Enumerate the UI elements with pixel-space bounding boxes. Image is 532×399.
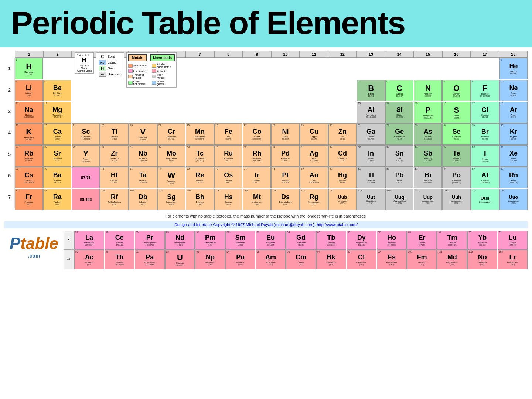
element-At[interactable]: 85AtAstatine(209.9871) (471, 167, 499, 188)
element-Sm[interactable]: 62SmSamarium150.36 (225, 231, 255, 250)
element-Cf[interactable]: 98CfCalifornium(251) (347, 250, 376, 269)
element-Uub[interactable]: 112UubUnunbium(285) (328, 189, 357, 210)
element-V[interactable]: 23VVanadium50.9415 (129, 123, 157, 145)
element-Pa[interactable]: 91PaProtactinium231.03588 (135, 250, 165, 269)
element-Be[interactable]: 4BeBeryllium9.012182 (43, 80, 71, 101)
element-No[interactable]: 102NoNobelium(259) (467, 250, 497, 269)
element-Cr[interactable]: 24CrChromium51.9961 (157, 123, 185, 145)
element-C[interactable]: 6CCarbon12.0107 (385, 80, 413, 101)
element-Pd[interactable]: 46PdPalladium106.42 (271, 145, 299, 167)
element-Ac[interactable]: 89AcActinium(227) (74, 250, 104, 269)
element-S[interactable]: 16SSulfur32.065 (442, 102, 470, 123)
element-Uuo[interactable]: 118UuoUnunoctium(294) (499, 189, 528, 210)
element-Rg[interactable]: 111RgRoentgenium(272) (300, 189, 328, 210)
element-Ti[interactable]: 22TiTitanium47.867 (100, 123, 128, 145)
element-Bi[interactable]: 83BiBismuth208.98040 (414, 167, 442, 188)
element-Sb[interactable]: 51SbAntimony121.760 (414, 145, 442, 167)
element-Ta[interactable]: 73TaTantalum180.94788 (129, 167, 157, 188)
element-Cm[interactable]: 96CmCurium(247) (286, 250, 316, 269)
element-Np[interactable]: 93NpNeptunium(237) (195, 250, 225, 269)
element-Hs[interactable]: 108HsHassium(277) (214, 189, 242, 210)
element-W[interactable]: 74WTungsten183.84 (157, 167, 185, 188)
element-Ga[interactable]: 31GaGallium69.723 (357, 123, 385, 145)
element-Mn[interactable]: 25MnManganese54.938045 (186, 123, 214, 145)
element-Sc[interactable]: 21ScScandium44.955912 (72, 123, 100, 145)
element-U[interactable]: 92UUranium238.02891 (165, 250, 195, 269)
element-Ca[interactable]: 20CaCalcium40.078 (43, 123, 71, 145)
element-Tl[interactable]: 81TlThallium204.3833 (357, 167, 385, 188)
element-Uup[interactable]: 115UupUnunpentium(288) (414, 189, 442, 210)
element-Fe[interactable]: 26FeIron55.845 (214, 123, 242, 145)
element-Es[interactable]: 99EsEinsteinium(252) (377, 250, 407, 269)
element-Ni[interactable]: 28NiNickel58.6934 (271, 123, 299, 145)
element-Am[interactable]: 95AmAmericium(243) (256, 250, 286, 269)
element-Pr[interactable]: 59PrPraseodymium140.90765 (135, 231, 165, 250)
element-Si[interactable]: 14SiSilicon28.0855 (385, 102, 413, 123)
element-Po[interactable]: 84PoPolonium(208.9824) (442, 167, 470, 188)
element-Mg[interactable]: 12MgMagnesium24.3050 (43, 102, 71, 123)
element-K[interactable]: 19KPotassium39.0983 (15, 123, 43, 145)
element-Md[interactable]: 101MdMendelevium(258) (437, 250, 467, 269)
element-Th[interactable]: 90ThThorium232.03806 (105, 250, 134, 269)
element-Tb[interactable]: 65TbTerbium158.92535 (316, 231, 346, 250)
element-Sr[interactable]: 38SrStrontium87.62 (43, 145, 71, 167)
element-Sn[interactable]: 50SnTin118.710 (385, 145, 413, 167)
element-Ru[interactable]: 44RuRuthenium101.07 (214, 145, 242, 167)
element-Rb[interactable]: 37RbRubidium85.4678 (15, 145, 43, 167)
element-Xe[interactable]: 54XeXenon131.293 (499, 145, 528, 167)
element-Hf[interactable]: 72HfHafnium178.49 (100, 167, 128, 188)
element-Kr[interactable]: 36KrKrypton83.798 (499, 123, 528, 145)
element-Fm[interactable]: 100FmFermium(257) (407, 250, 437, 269)
element-La[interactable]: 57LaLanthanum138.90547 (74, 231, 104, 250)
actinide-placeholder[interactable]: 89-103 (72, 189, 100, 210)
element-Rh[interactable]: 45RhRhodium102.90550 (243, 145, 271, 167)
element-Gd[interactable]: 64GdGadolinium157.25 (286, 231, 316, 250)
element-B[interactable]: 5BBoron10.811 (357, 80, 385, 101)
element-Hg[interactable]: 80HgMercury200.59 (328, 167, 357, 188)
element-Eu[interactable]: 63EuEuropium151.964 (256, 231, 286, 250)
element-Cu[interactable]: 29CuCopper63.546 (300, 123, 328, 145)
element-Pm[interactable]: 61PmPromethium(145) (195, 231, 225, 250)
element-H[interactable]: 1HHydrogen1.00794 (15, 58, 43, 79)
element-Cs[interactable]: 55CsCaesium132.9054519 (15, 167, 43, 188)
element-Uut[interactable]: 113UutUnuntrium(284) (357, 189, 385, 210)
element-Ne[interactable]: 10NeNeon20.1797 (499, 80, 528, 101)
element-Fr[interactable]: 87FrFrancium(223) (15, 189, 43, 210)
element-Lr[interactable]: 103LrLawrencium(262) (498, 250, 528, 269)
element-Ho[interactable]: 67HoHolmium164.93032 (377, 231, 407, 250)
element-Lu[interactable]: 71LuLutetium174.9668 (498, 231, 528, 250)
element-Pu[interactable]: 94PuPlutonium(244) (225, 250, 255, 269)
element-Cl[interactable]: 17ClChlorine35.453 (471, 102, 499, 123)
element-Nb[interactable]: 41NbNiobium92.90638 (129, 145, 157, 167)
element-Mo[interactable]: 42MoMolybdenum95.96 (157, 145, 185, 167)
element-In[interactable]: 49InIndium114.818 (357, 145, 385, 167)
element-Re[interactable]: 75ReRhenium186.207 (186, 167, 214, 188)
element-Se[interactable]: 34SeSelenium78.96 (442, 123, 470, 145)
element-Pb[interactable]: 82PbLead207.2 (385, 167, 413, 188)
element-Te[interactable]: 52TeTellurium127.60 (442, 145, 470, 167)
element-Ir[interactable]: 77IrIridium192.217 (243, 167, 271, 188)
element-Y[interactable]: 39YYttrium88.90585 (72, 145, 100, 167)
element-Tm[interactable]: 69TmThulium168.93421 (437, 231, 467, 250)
element-Sg[interactable]: 106SgSeaborgium(266) (157, 189, 185, 210)
element-F[interactable]: 9FFluorine18.9984032 (471, 80, 499, 101)
element-Tc[interactable]: 43TcTechnetium(97.9072) (186, 145, 214, 167)
element-He[interactable]: 2HeHelium4.002602 (499, 58, 528, 79)
element-Ra[interactable]: 88RaRadium(226) (43, 189, 71, 210)
element-Na[interactable]: 11NaSodium22.98976928 (15, 102, 43, 123)
element-O[interactable]: 8OOxygen15.9994 (442, 80, 470, 101)
element-Ag[interactable]: 47AgSilver107.8682 (300, 145, 328, 167)
element-Ar[interactable]: 18ArArgon39.948 (499, 102, 528, 123)
element-Al[interactable]: 13AlAluminium26.9815386 (357, 102, 385, 123)
element-Uuq[interactable]: 114UuqUnunquadium(289) (385, 189, 413, 210)
element-Os[interactable]: 76OsOsmium190.23 (214, 167, 242, 188)
element-Uuh[interactable]: 116UuhUnunhexium(292) (442, 189, 470, 210)
element-Zn[interactable]: 30ZnZinc65.38 (328, 123, 357, 145)
element-Rn[interactable]: 86RnRadon(222.0176) (499, 167, 528, 188)
element-Nd[interactable]: 60NdNeodymium144.242 (165, 231, 195, 250)
element-As[interactable]: 33AsArsenic74.92160 (414, 123, 442, 145)
element-Cd[interactable]: 48CdCadmium112.411 (328, 145, 357, 167)
element-N[interactable]: 7NNitrogen14.0067 (414, 80, 442, 101)
element-Uus[interactable]: 117UusUnunseptium (471, 189, 499, 210)
element-Zr[interactable]: 40ZrZirconium91.224 (100, 145, 128, 167)
